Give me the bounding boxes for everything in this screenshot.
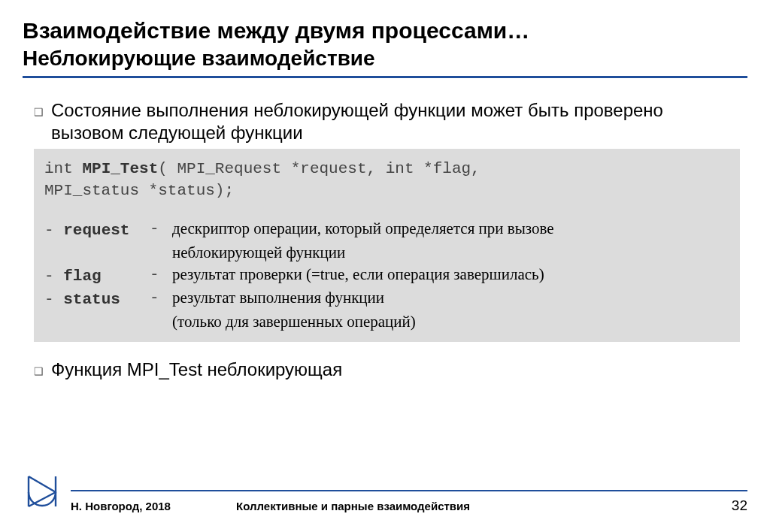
footer-topic: Коллективные и парные взаимодействия: [236, 500, 710, 512]
code-param-row: - request - дескриптор операции, который…: [44, 218, 729, 241]
slide-body: ❑ Состояние выполнения неблокирующей фун…: [23, 99, 747, 382]
slide-title-line2: Неблокирующие взаимодействие: [23, 45, 747, 71]
code-param-row: - flag - результат проверки (=true, если…: [44, 264, 729, 287]
slide-footer: Н. Новгород, 2018 Коллективные и парные …: [23, 469, 747, 514]
code-param-desc-cont: неблокирующей функции: [44, 242, 729, 264]
square-bullet-icon: ❑: [34, 106, 44, 119]
code-signature-line2: MPI_status *status);: [44, 180, 729, 201]
footer-location-year: Н. Новгород, 2018: [71, 500, 236, 512]
page-number: 32: [710, 497, 747, 514]
code-param-row: - status - результат выполнения функции: [44, 287, 729, 310]
square-bullet-icon: ❑: [34, 365, 44, 379]
bullet-text: Состояние выполнения неблокирующей функц…: [51, 99, 740, 144]
bullet-item: ❑ Функция MPI_Test неблокирующая: [34, 358, 740, 381]
bullet-text: Функция MPI_Test неблокирующая: [51, 358, 342, 381]
slide-title-line1: Взаимодействие между двумя процессами…: [23, 17, 747, 45]
title-divider: [23, 76, 747, 78]
footer-divider: [71, 490, 747, 491]
code-signature-line1: int MPI_Test( MPI_Request *request, int …: [44, 156, 729, 180]
code-block: int MPI_Test( MPI_Request *request, int …: [34, 149, 740, 343]
code-param-desc-cont: (только для завершенных операций): [44, 311, 729, 333]
university-logo-icon: [23, 469, 62, 514]
slide-title-block: Взаимодействие между двумя процессами… Н…: [23, 17, 747, 71]
bullet-item: ❑ Состояние выполнения неблокирующей фун…: [34, 99, 740, 144]
